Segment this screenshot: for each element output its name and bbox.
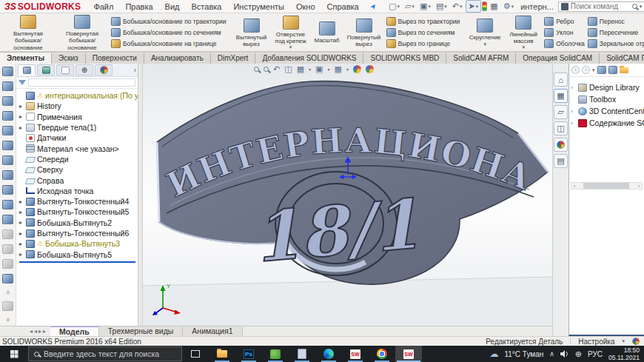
menu-file[interactable]: Файл — [88, 1, 118, 13]
options-list-button[interactable]: ▦ — [488, 1, 500, 12]
view-orientation-icon[interactable]: ▦ — [297, 64, 304, 74]
configuration-dropdown-icon[interactable]: ▾ — [622, 338, 625, 344]
custom-properties-tab-icon[interactable]: ▤ — [554, 154, 568, 168]
plaque-model[interactable]: ИНТЕРНАЦИОНАЛЬНАЯ 18/1 — [143, 64, 548, 284]
chrome-button[interactable] — [369, 346, 395, 362]
weather-text[interactable]: 11°C Туман — [504, 350, 543, 358]
tree-item-boss-extrude2[interactable]: ▸ Бобышка-Вытянуть2 — [18, 218, 138, 228]
back-icon[interactable]: ‹ — [571, 66, 580, 74]
mirror-button[interactable]: Зеркальное отражение — [588, 39, 644, 48]
hide-show-items-icon[interactable]: ▦ — [334, 64, 341, 74]
intersect-strip-icon[interactable] — [2, 274, 13, 284]
design-library-tab-icon[interactable]: ▦ — [554, 89, 568, 103]
boundary-cut-button[interactable]: Вырез по границе — [386, 39, 460, 48]
tree-item-history[interactable]: ▸ History — [18, 101, 138, 111]
tab-propertymanager[interactable] — [37, 64, 55, 76]
tab-dimxpert[interactable]: DimXpert — [211, 53, 256, 64]
strip-collapse-icon-2[interactable]: « — [4, 318, 11, 321]
swept-cut-button[interactable]: Вырез по траектории — [386, 17, 460, 26]
calculator-button[interactable] — [289, 346, 315, 362]
taskbar-search-box[interactable] — [28, 346, 182, 361]
tree-item-extrude-thin5[interactable]: ▸ Вытянуть-Тонкостенный5 — [18, 207, 138, 217]
taskpane-item-sw-content[interactable]: › Содержание SOLIDW — [571, 117, 644, 129]
view-palette-tab-icon[interactable]: ◫ — [554, 121, 568, 135]
zoom-fit-icon[interactable] — [254, 67, 259, 72]
scroll-left-icon[interactable]: ‹ — [571, 183, 577, 190]
taskpane-item-toolbox[interactable]: Toolbox — [571, 93, 644, 105]
tab-configurationmanager[interactable] — [56, 64, 74, 76]
pattern-strip-icon[interactable] — [2, 244, 13, 254]
first-tab-icon[interactable]: ◂ — [30, 328, 33, 335]
tree-item-annotations[interactable]: ▸ Примечания — [18, 112, 138, 122]
graphics-viewport[interactable]: ↶ ◫ ▦▾ ▣▾ ▦▾ — [143, 64, 552, 326]
expand-arrow-icon[interactable]: ▸ — [18, 219, 24, 226]
taskpane-item-3dcontentcentral[interactable]: › 3D ContentCentral — [571, 105, 644, 117]
revolved-boss-button[interactable]: Повернутая бобышка/основание — [55, 13, 110, 51]
revolved-boss-strip-icon[interactable] — [2, 81, 13, 91]
search-type-icon[interactable] — [561, 3, 568, 10]
search-icon[interactable] — [632, 4, 637, 9]
tree-item-extrude-thin4[interactable]: ▸ Вытянуть-Тонкостенный4 — [18, 196, 138, 207]
extruded-boss-button[interactable]: Вытянутая бобышка/основание — [1, 13, 55, 51]
tab-solidcam-transitions[interactable]: SolidCAM Переходы — [600, 53, 644, 64]
display-style-icon[interactable]: ▣ — [315, 64, 323, 74]
tree-item-sensors[interactable]: Датчики — [18, 133, 138, 143]
add-file-location-icon[interactable] — [608, 66, 617, 74]
tab-dimxpertmanager[interactable]: ⊕ — [76, 64, 93, 76]
tree-item-boss-extrude5[interactable]: ▸ Бобышка-Вытянуть5 — [18, 249, 138, 259]
tree-item-origin[interactable]: Исходная точка — [18, 186, 138, 196]
scale-button[interactable]: Масштаб — [311, 20, 343, 44]
draft-button[interactable]: Уклон — [544, 28, 585, 37]
fillet-dropdown-icon[interactable]: ▾ — [483, 41, 486, 47]
extruded-boss-strip-icon[interactable] — [2, 67, 13, 76]
feature-filter-input[interactable] — [28, 78, 135, 87]
tree-root[interactable]: ⚠ интернациональная (По умолчани — [18, 90, 138, 101]
tab-sketch[interactable]: Эскиз — [52, 53, 86, 64]
fillet-button[interactable]: Скругление ▾ — [466, 17, 504, 47]
next-tab-icon[interactable]: ▸ — [38, 328, 41, 335]
apply-scene-icon[interactable] — [366, 65, 374, 73]
swept-boss-strip-icon[interactable] — [2, 96, 13, 106]
expand-arrow-icon[interactable]: ▸ — [18, 230, 24, 237]
home-tab-icon[interactable]: ⌂ — [554, 73, 568, 87]
expand-arrow-icon[interactable]: ▸ — [18, 209, 24, 215]
3d-scene[interactable]: ИНТЕРНАЦИОНАЛЬНАЯ 18/1 — [143, 64, 552, 326]
menu-view[interactable]: Вид — [160, 1, 185, 13]
expand-arrow-icon[interactable]: ▸ — [18, 198, 24, 205]
panel-tabs-chevron-icon[interactable]: › — [134, 66, 136, 74]
menu-window[interactable]: Окно — [291, 1, 321, 13]
strip-collapse-icon[interactable]: « — [4, 290, 11, 294]
shell-strip-icon[interactable] — [2, 215, 13, 224]
expand-arrow-icon[interactable]: ▸ — [18, 103, 24, 110]
combine-strip-icon[interactable] — [2, 259, 13, 269]
menu-insert[interactable]: Вставка — [187, 1, 227, 13]
lofted-cut-button[interactable]: Вырез по сечениям — [386, 28, 460, 37]
draft-strip-icon[interactable] — [2, 185, 13, 195]
menu-edit[interactable]: Правка — [120, 1, 158, 13]
zoom-area-icon[interactable] — [264, 67, 269, 72]
linear-pattern-dropdown-icon[interactable]: ▾ — [522, 44, 525, 50]
save-button[interactable]: ▣▾ — [417, 1, 433, 12]
select-tool-button[interactable]: ➤▾ — [466, 0, 482, 13]
settings-gear-button[interactable]: ⚙▾ — [501, 1, 516, 12]
expand-icon[interactable]: › — [571, 84, 576, 91]
expand-icon[interactable]: › — [571, 108, 576, 115]
command-search-input[interactable] — [571, 2, 630, 10]
shell-button[interactable]: Оболочка — [544, 39, 585, 48]
delete-face-strip-icon[interactable] — [2, 200, 13, 210]
tab-solidcam-afrm[interactable]: SolidCAM AFRM — [446, 53, 516, 64]
tab-model[interactable]: Модель — [50, 326, 99, 336]
linear-pattern-button[interactable]: Линейный массив ▾ — [504, 14, 543, 50]
taskbar-search-input[interactable] — [44, 349, 162, 358]
open-document-button[interactable]: ▱▾ — [403, 1, 417, 12]
revolved-cut-button[interactable]: Повернутый вырез — [343, 17, 385, 47]
tab-addins[interactable]: Добавления SOLIDWORKS — [255, 53, 363, 64]
reference-plane-strip-icon[interactable] — [2, 141, 13, 150]
kompas-button[interactable] — [262, 346, 289, 362]
taskpane-item-design-library[interactable]: › Design Library — [571, 81, 644, 93]
menu-tools[interactable]: Инструменты — [228, 1, 289, 13]
clock[interactable]: 18:50 05.11.2021 — [608, 346, 640, 361]
print-button[interactable]: ▤▾ — [434, 1, 449, 12]
tab-3d-views[interactable]: Трехмерные виды — [99, 326, 184, 336]
show-hidden-icons[interactable]: ∧ — [549, 350, 554, 358]
